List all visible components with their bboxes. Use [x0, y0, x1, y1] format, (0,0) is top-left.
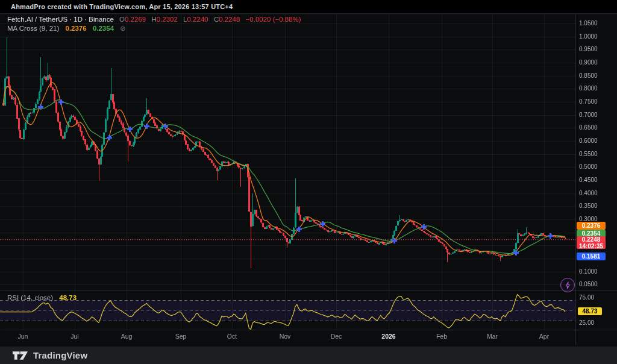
- last-price-value: 0.2248: [577, 237, 606, 243]
- price-tick-label: 0.0500: [579, 281, 598, 287]
- rsi-legend-row[interactable]: RSI (14, close) 48.73: [7, 293, 77, 302]
- price-tick-label: 0.4000: [579, 190, 598, 196]
- price-tick-label: 1.0000: [579, 33, 598, 40]
- footer-bar: TradingView: [0, 347, 617, 364]
- ma-cross-legend-row[interactable]: MA Cross (9, 21) 0.2376 0.2354 ⊘: [7, 24, 301, 33]
- price-tick-label: 0.6000: [579, 137, 598, 144]
- symbol-legend-row[interactable]: Fetch.AI / TetherUS · 1D · Binance O0.22…: [7, 15, 301, 24]
- price-tick-label: 0.5500: [579, 151, 598, 157]
- hide-indicator-icon[interactable]: ⊘: [120, 25, 125, 32]
- price-tick-label: 0.1000: [579, 268, 598, 275]
- time-axis-label: 2026: [381, 333, 395, 340]
- boost-button[interactable]: [560, 278, 575, 292]
- price-tick-label: 0.9000: [579, 59, 598, 66]
- price-tick-label: 0.6500: [579, 124, 598, 131]
- close-label: C: [214, 16, 219, 23]
- time-axis-label: Oct: [227, 333, 237, 340]
- ma-cross-label[interactable]: MA Cross (9, 21): [7, 25, 59, 32]
- ma-slow-value: 0.2354: [93, 25, 114, 32]
- rsi-value-badge: 48.73: [578, 307, 602, 315]
- price-tick-label: 0.8500: [579, 72, 598, 79]
- open-label: O: [119, 16, 125, 23]
- price-tick-label: 0.7000: [579, 111, 598, 118]
- time-axis-label: Feb: [436, 333, 447, 340]
- attribution-text: AhmadPro created with TradingView.com, A…: [11, 3, 233, 10]
- rsi-tick-label: 75.00: [579, 294, 594, 301]
- ma-fast-value: 0.2376: [65, 25, 86, 32]
- rsi-legend-value: 48.73: [59, 294, 77, 301]
- price-tick-label: 0.9500: [579, 46, 598, 52]
- price-tick-label: 0.3500: [579, 202, 598, 209]
- low-level-price-badge: 0.1581: [577, 253, 606, 260]
- high-value: 0.2302: [157, 16, 178, 23]
- lightning-icon: [564, 281, 572, 289]
- price-tick-label: 0.8000: [579, 85, 598, 92]
- time-axis-label: Dec: [331, 333, 342, 340]
- symbol-title[interactable]: Fetch.AI / TetherUS · 1D · Binance: [7, 16, 114, 23]
- close-value: 0.2248: [219, 16, 240, 23]
- last-price-badge: 0.2248 14:02:35: [577, 236, 606, 249]
- time-axis-label: Jun: [18, 333, 28, 340]
- attribution-bar: AhmadPro created with TradingView.com, A…: [0, 0, 617, 13]
- ma-fast-price-badge: 0.2376: [577, 222, 606, 230]
- high-label: H: [151, 16, 156, 23]
- brand-text: TradingView: [33, 350, 87, 360]
- time-axis[interactable]: JunJulAugSepOctNovDec2026FebMarApr: [0, 330, 575, 345]
- open-value: 0.2269: [125, 16, 146, 23]
- time-axis-label: Aug: [121, 333, 133, 340]
- chart-canvas[interactable]: [0, 0, 617, 364]
- change-value: −0.0020 (−0.88%): [246, 16, 301, 23]
- price-tick-label: 0.5000: [579, 163, 598, 170]
- bar-countdown: 14:02:35: [577, 243, 606, 250]
- time-axis-label: Apr: [539, 333, 549, 340]
- price-tick-label: 0.3000: [579, 216, 598, 222]
- tradingview-logo[interactable]: [12, 350, 28, 361]
- chart-legend: Fetch.AI / TetherUS · 1D · Binance O0.22…: [7, 15, 301, 33]
- time-axis-label: Nov: [280, 333, 291, 340]
- tradingview-chart-window: AhmadPro created with TradingView.com, A…: [0, 0, 617, 364]
- rsi-label[interactable]: RSI (14, close): [7, 294, 53, 301]
- price-tick-label: 0.7500: [579, 98, 598, 105]
- price-tick-label: 0.4500: [579, 177, 598, 183]
- price-tick-label: 1.0500: [579, 20, 598, 27]
- time-axis-label: Mar: [487, 333, 498, 340]
- time-axis-label: Jul: [70, 333, 78, 340]
- time-axis-label: Sep: [175, 333, 187, 340]
- rsi-tick-label: 25.00: [579, 319, 594, 326]
- low-value: 0.2240: [187, 16, 208, 23]
- price-axis[interactable]: 0.2376 0.2354 0.2248 14:02:35 0.1581 48.…: [576, 13, 617, 345]
